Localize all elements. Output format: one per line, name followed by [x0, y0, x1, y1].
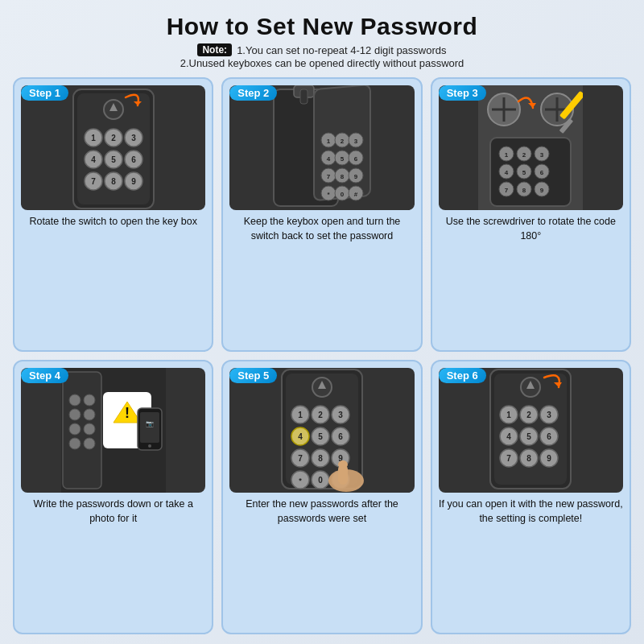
- svg-text:3: 3: [354, 138, 358, 145]
- step2-badge: Step 2: [229, 85, 277, 101]
- svg-text:3: 3: [338, 411, 343, 419]
- svg-text:6: 6: [338, 432, 343, 441]
- svg-text:4: 4: [298, 432, 303, 441]
- svg-rect-94: [140, 412, 159, 443]
- step4-desc: Write the passwords down or take a photo…: [21, 497, 205, 526]
- step3-illustration: 1 2 3 4 5 6 7 8: [478, 85, 583, 210]
- step4-image: ! 📷: [21, 368, 205, 493]
- svg-text:8: 8: [522, 187, 526, 194]
- svg-point-84: [69, 409, 80, 420]
- svg-point-127: [338, 460, 348, 469]
- svg-text:4: 4: [327, 155, 331, 163]
- svg-text:7: 7: [505, 187, 509, 194]
- step4-badge: Step 4: [21, 368, 68, 383]
- svg-text:6: 6: [540, 169, 544, 176]
- svg-text:2: 2: [111, 134, 116, 142]
- step6-badge: Step 6: [439, 368, 486, 383]
- svg-text:4: 4: [505, 169, 509, 176]
- svg-text:1: 1: [298, 411, 303, 419]
- svg-text:7: 7: [327, 173, 331, 180]
- svg-text:9: 9: [354, 173, 358, 180]
- step4-card: Step 4: [13, 360, 213, 634]
- svg-point-95: [148, 444, 151, 448]
- step2-card: Step 2 1 2: [221, 77, 422, 352]
- svg-text:7: 7: [91, 177, 96, 186]
- svg-text:5: 5: [341, 155, 345, 163]
- step5-card: Step 5 1 2 3: [221, 360, 422, 634]
- step3-badge: Step 3: [439, 85, 486, 101]
- step3-card: Step 3: [431, 77, 631, 352]
- step1-card: Step 1 1: [13, 77, 213, 352]
- page: How to Set New Password Note: 1.You can …: [0, 0, 644, 644]
- step3-desc: Use the screwdriver to rotate the code 1…: [439, 215, 623, 243]
- svg-text:#: #: [354, 191, 358, 198]
- svg-text:1: 1: [507, 411, 512, 419]
- svg-text:5: 5: [522, 169, 526, 176]
- svg-text:4: 4: [91, 155, 96, 164]
- svg-text:9: 9: [540, 187, 544, 194]
- svg-point-88: [69, 438, 80, 449]
- step6-card: Step 6 1 2: [431, 360, 631, 634]
- svg-text:6: 6: [354, 155, 358, 163]
- step1-desc: Rotate the switch to open the key box: [29, 215, 196, 229]
- svg-text:6: 6: [131, 155, 136, 164]
- header: How to Set New Password Note: 1.You can …: [13, 13, 631, 69]
- svg-text:3: 3: [540, 151, 544, 159]
- svg-text:8: 8: [341, 173, 345, 180]
- svg-point-82: [69, 394, 80, 406]
- svg-text:9: 9: [131, 177, 136, 186]
- step6-desc: If you can open it with the new password…: [439, 497, 623, 526]
- svg-text:8: 8: [527, 454, 532, 463]
- note-text1: 1.You can set no-repeat 4-12 digit passw…: [237, 44, 446, 56]
- svg-point-85: [84, 409, 95, 420]
- svg-text:1: 1: [91, 134, 96, 142]
- svg-text:4: 4: [507, 432, 512, 441]
- step6-image: 1 2 3 4 5 6 7 8: [439, 368, 623, 493]
- svg-text:2: 2: [341, 138, 345, 145]
- svg-text:8: 8: [318, 454, 323, 463]
- svg-rect-81: [63, 372, 101, 489]
- note-line1: Note: 1.You can set no-repeat 4-12 digit…: [13, 43, 631, 56]
- svg-text:5: 5: [111, 155, 116, 164]
- note-badge: Note:: [197, 43, 232, 56]
- svg-text:7: 7: [298, 454, 303, 463]
- page-title: How to Set New Password: [13, 13, 631, 40]
- step2-image: 1 2 3 4 5 6 7 8: [229, 85, 414, 210]
- svg-text:1: 1: [327, 138, 331, 145]
- step5-desc: Enter the new passwords after the passwo…: [229, 497, 414, 526]
- svg-text:5: 5: [318, 432, 323, 441]
- svg-text:1: 1: [505, 151, 509, 159]
- svg-point-86: [69, 423, 80, 435]
- svg-point-89: [84, 438, 95, 449]
- step5-image: 1 2 3 4 5 6 7 8: [229, 368, 414, 493]
- svg-text:3: 3: [547, 411, 552, 419]
- step5-illustration: 1 2 3 4 5 6 7 8: [270, 368, 374, 493]
- svg-text:0: 0: [341, 191, 345, 198]
- svg-text:2: 2: [522, 151, 526, 159]
- svg-text:2: 2: [318, 411, 323, 419]
- svg-rect-25: [300, 89, 308, 104]
- step1-illustration: 1 2 3 4 5 6 7: [61, 85, 166, 210]
- step5-badge: Step 5: [229, 368, 277, 383]
- step3-image: 1 2 3 4 5 6 7 8: [439, 85, 623, 210]
- svg-text:8: 8: [111, 177, 116, 186]
- svg-text:7: 7: [507, 454, 512, 463]
- svg-text:3: 3: [131, 134, 136, 142]
- steps-grid: Step 1 1: [13, 77, 631, 634]
- svg-text:📷: 📷: [146, 419, 154, 427]
- step1-badge: Step 1: [21, 85, 68, 101]
- svg-point-87: [84, 423, 95, 435]
- svg-text:*: *: [299, 477, 302, 485]
- step6-illustration: 1 2 3 4 5 6 7 8: [478, 368, 583, 493]
- note-text2: 2.Unused keyboxes can be opened directly…: [13, 57, 631, 69]
- step2-desc: Keep the keybox open and turn the switch…: [229, 215, 414, 243]
- svg-text:2: 2: [527, 411, 532, 419]
- svg-text:0: 0: [318, 476, 323, 485]
- step1-image: 1 2 3 4 5 6 7: [21, 85, 205, 210]
- step4-illustration: ! 📷: [61, 368, 166, 493]
- svg-text:6: 6: [547, 432, 552, 441]
- svg-text:5: 5: [527, 432, 532, 441]
- svg-text:!: !: [125, 405, 130, 421]
- step2-illustration: 1 2 3 4 5 6 7 8: [270, 85, 374, 210]
- svg-point-83: [84, 394, 95, 406]
